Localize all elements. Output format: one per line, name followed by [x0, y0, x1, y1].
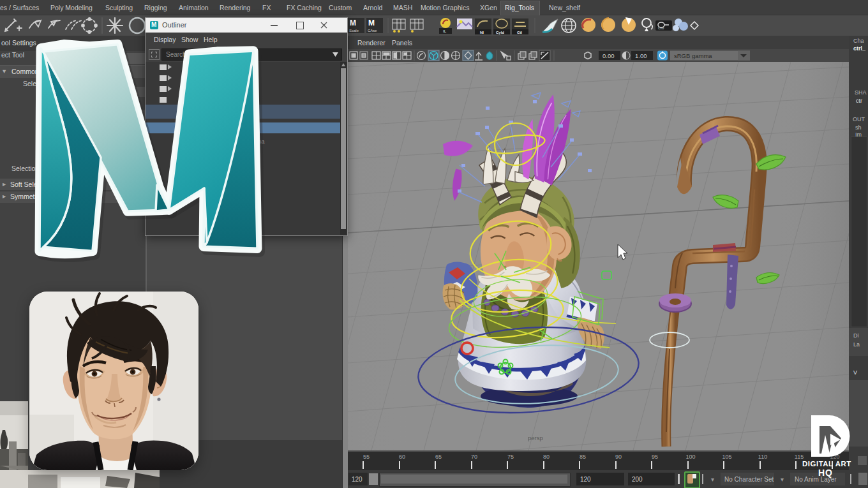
- svg-text:CAse: CAse: [368, 29, 377, 33]
- svg-text:55: 55: [363, 454, 370, 460]
- svg-text:0.00: 0.00: [602, 52, 615, 59]
- svg-text:Cyld: Cyld: [496, 31, 504, 34]
- svg-text:110: 110: [758, 454, 767, 460]
- svg-text:80: 80: [543, 454, 550, 460]
- svg-text:sRGB gamma: sRGB gamma: [674, 52, 712, 59]
- svg-text:1.00: 1.00: [635, 52, 647, 59]
- svg-text:95: 95: [652, 454, 658, 460]
- svg-text:NI: NI: [480, 31, 484, 34]
- svg-text:90: 90: [615, 454, 622, 460]
- svg-text:persp: persp: [528, 434, 543, 441]
- svg-text:IL: IL: [443, 29, 447, 33]
- svg-text:Scale: Scale: [349, 29, 359, 33]
- svg-text:HQ: HQ: [818, 468, 833, 478]
- svg-text:M: M: [350, 18, 356, 27]
- svg-text:65: 65: [435, 454, 442, 460]
- svg-text:Cho: Cho: [658, 26, 664, 30]
- svg-text:85: 85: [580, 454, 586, 460]
- svg-text:60: 60: [399, 454, 405, 460]
- svg-text:Gil: Gil: [517, 31, 522, 34]
- svg-text:DIGITAL ART: DIGITAL ART: [802, 460, 851, 468]
- svg-text:70: 70: [471, 454, 477, 460]
- svg-text:100: 100: [685, 454, 695, 460]
- svg-text:M: M: [368, 18, 375, 27]
- svg-text:75: 75: [507, 454, 514, 460]
- svg-text:105: 105: [722, 454, 731, 460]
